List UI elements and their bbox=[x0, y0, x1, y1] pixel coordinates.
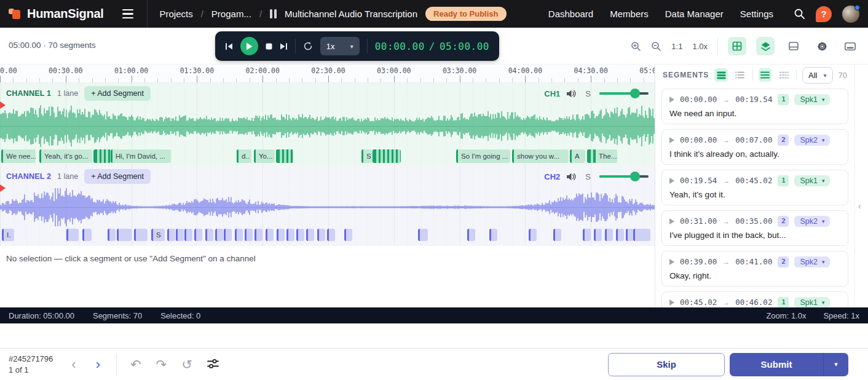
waveform-segment[interactable]: Hi, I'm David, ... bbox=[111, 149, 171, 163]
segment-play-icon[interactable] bbox=[669, 97, 674, 103]
waveform-segment[interactable] bbox=[605, 229, 613, 241]
waveform-segment[interactable]: S bbox=[151, 229, 165, 241]
play-button[interactable] bbox=[240, 37, 258, 55]
segment-play-icon[interactable] bbox=[669, 218, 674, 224]
ratio-reset-button[interactable]: 1:1 bbox=[671, 42, 682, 51]
segment-transcript-text[interactable]: I think it's already on, actually. bbox=[669, 149, 840, 159]
grid-view-button[interactable] bbox=[728, 37, 746, 55]
waveform-segment[interactable]: A bbox=[570, 149, 585, 163]
menu-icon[interactable] bbox=[122, 9, 133, 18]
segment-play-icon[interactable] bbox=[669, 178, 674, 184]
waveform-segment[interactable] bbox=[276, 149, 293, 163]
segment-transcript-text[interactable]: Yeah, it's got it. bbox=[669, 190, 840, 199]
stop-button[interactable] bbox=[266, 43, 272, 50]
waveform-segment[interactable] bbox=[266, 229, 274, 241]
waveform-segment[interactable] bbox=[184, 229, 192, 241]
submit-options-chevron[interactable]: ▾ bbox=[824, 353, 848, 376]
waveform-segment[interactable]: Yeah, it's go... bbox=[39, 149, 92, 163]
waveform-segment[interactable] bbox=[176, 229, 184, 241]
waveform-segment[interactable] bbox=[373, 149, 401, 163]
speaker-dropdown[interactable]: Spk1▾ bbox=[794, 175, 830, 186]
annotation-settings-icon[interactable] bbox=[207, 358, 219, 371]
volume-icon[interactable] bbox=[566, 172, 577, 181]
speaker-dropdown[interactable]: Spk2▾ bbox=[794, 135, 830, 146]
nav-settings[interactable]: Settings bbox=[740, 9, 773, 19]
playhead-marker-ch2[interactable] bbox=[0, 184, 6, 192]
segment-play-icon[interactable] bbox=[669, 137, 674, 143]
segment-card[interactable]: 00:19.54→00:45.021Spk1▾Yeah, it's got it… bbox=[661, 170, 848, 205]
waveform-segment[interactable] bbox=[205, 229, 213, 241]
segment-card[interactable]: 00:31.00→00:35.002Spk2▾I've plugged it i… bbox=[661, 210, 848, 246]
loop-icon[interactable] bbox=[303, 41, 313, 51]
solo-button-ch2[interactable]: S bbox=[585, 172, 591, 181]
waveform-segment[interactable] bbox=[167, 229, 175, 241]
waveform-segment[interactable] bbox=[317, 229, 325, 241]
volume-slider-ch1[interactable] bbox=[599, 89, 649, 98]
timeline-ruler[interactable]: 00:00.0000:30.0001:00.0001:30.0002:00.00… bbox=[0, 65, 655, 83]
rows-view-icon[interactable] bbox=[759, 68, 772, 82]
layers-button[interactable] bbox=[756, 37, 775, 55]
waveform-segment[interactable] bbox=[344, 229, 352, 241]
redo-icon[interactable]: ↷ bbox=[156, 358, 167, 371]
waveform-segment[interactable]: I. bbox=[2, 229, 14, 241]
help-button[interactable]: ? bbox=[816, 6, 832, 22]
waveform-segment[interactable]: show you w... bbox=[512, 149, 569, 163]
waveform-segment[interactable] bbox=[117, 229, 132, 241]
waveform-segment[interactable] bbox=[108, 229, 116, 241]
waveform-segment[interactable] bbox=[194, 229, 202, 241]
detailed-list-view-icon[interactable] bbox=[714, 68, 728, 82]
waveform-segment[interactable] bbox=[254, 229, 262, 241]
previous-task-button[interactable]: ‹ bbox=[69, 358, 78, 371]
waveform-segment[interactable] bbox=[616, 229, 624, 241]
waveform-segment[interactable]: d.. bbox=[237, 149, 251, 163]
speaker-dropdown[interactable]: Spk2▾ bbox=[794, 256, 830, 267]
segment-card[interactable]: 00:00.00→00:07.002Spk2▾I think it's alre… bbox=[661, 129, 848, 165]
user-avatar[interactable] bbox=[842, 6, 859, 23]
waveform-segment[interactable] bbox=[489, 229, 497, 241]
playhead-marker-ch1[interactable] bbox=[0, 101, 6, 109]
reset-icon[interactable]: ↺ bbox=[181, 358, 192, 371]
compact-list-view-icon[interactable] bbox=[733, 68, 747, 82]
speed-dropdown[interactable]: 1x▾ bbox=[320, 37, 360, 55]
skip-to-start-button[interactable] bbox=[225, 42, 233, 50]
waveform-segment[interactable] bbox=[235, 229, 243, 241]
waveform-segment[interactable] bbox=[277, 229, 285, 241]
settings-gear-icon[interactable] bbox=[813, 37, 831, 55]
segment-play-icon[interactable] bbox=[669, 259, 674, 265]
split-panel-button[interactable] bbox=[784, 37, 803, 55]
segment-card[interactable]: 00:39.00→00:41.002Spk2▾Okay, right. bbox=[661, 251, 848, 287]
breadcrumb-program[interactable]: Progam... bbox=[211, 9, 251, 19]
waveform-segment[interactable]: So I'm going ... bbox=[456, 149, 510, 163]
waveform-segment[interactable] bbox=[594, 229, 602, 241]
waveform-segment[interactable] bbox=[418, 229, 428, 241]
waveform-segment[interactable]: We nee... bbox=[1, 149, 36, 163]
segment-play-icon[interactable] bbox=[669, 299, 674, 306]
waveform-segment[interactable] bbox=[529, 229, 537, 241]
speaker-dropdown[interactable]: Spk1▾ bbox=[794, 94, 830, 105]
speaker-dropdown[interactable]: Spk2▾ bbox=[794, 216, 830, 227]
dotted-rows-view-icon[interactable] bbox=[777, 68, 791, 82]
undo-icon[interactable]: ↶ bbox=[130, 358, 141, 371]
nav-members[interactable]: Members bbox=[610, 9, 649, 19]
humansignal-logo[interactable]: HumanSignal bbox=[9, 7, 104, 21]
segment-transcript-text[interactable]: I've plugged it in the back, but... bbox=[669, 231, 840, 240]
segment-transcript-text[interactable]: We need an input. bbox=[669, 109, 840, 118]
waveform-segment[interactable]: Yo... bbox=[254, 149, 275, 163]
add-segment-button-ch2[interactable]: + Add Segment bbox=[84, 169, 151, 184]
volume-icon[interactable] bbox=[566, 89, 577, 98]
waveform-segment[interactable] bbox=[583, 229, 591, 241]
submit-button[interactable]: Submit bbox=[730, 353, 823, 376]
waveform-segment[interactable] bbox=[327, 229, 335, 241]
waveform-segment[interactable] bbox=[306, 229, 314, 241]
waveform-segment[interactable] bbox=[467, 229, 475, 241]
waveform-ch2[interactable] bbox=[0, 187, 655, 228]
waveform-segment[interactable] bbox=[224, 229, 232, 241]
solo-button-ch1[interactable]: S bbox=[585, 89, 591, 98]
waveform-segment[interactable] bbox=[66, 229, 79, 241]
speaker-dropdown[interactable]: Spk1▾ bbox=[794, 297, 830, 307]
skip-to-end-button[interactable] bbox=[280, 42, 288, 50]
waveform-segment[interactable] bbox=[215, 229, 223, 241]
waveform-ch1[interactable] bbox=[0, 104, 655, 148]
volume-slider-ch2[interactable] bbox=[599, 172, 649, 181]
waveform-segment[interactable] bbox=[134, 229, 148, 241]
